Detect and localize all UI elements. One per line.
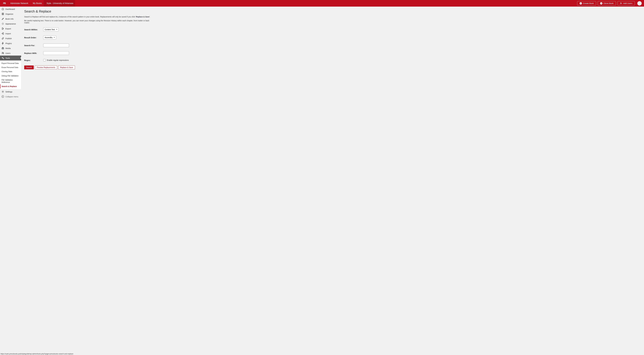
publish-label: Publish bbox=[6, 37, 12, 40]
user-avatar[interactable] bbox=[637, 1, 642, 6]
label-search-within: Search Within: bbox=[24, 29, 43, 31]
sidebar-item-media[interactable]: Media bbox=[0, 46, 21, 51]
svg-point-0 bbox=[620, 3, 621, 3]
bolt-icon bbox=[2, 42, 4, 45]
sidebar-item-bookinfo[interactable]: Book Info bbox=[0, 16, 21, 21]
import-label: Import bbox=[6, 33, 11, 35]
search-button[interactable]: Search bbox=[24, 66, 34, 69]
svg-point-5 bbox=[3, 53, 4, 53]
plugins-label: Plugins bbox=[6, 42, 12, 45]
submenu-export-personal-data[interactable]: Export Personal Data bbox=[0, 61, 21, 65]
admin-sidebar: Dashboard Organize Book Info Appearance … bbox=[0, 7, 21, 69]
row-regex: Regex: Enable regular expressions bbox=[24, 59, 644, 61]
my-books-link[interactable]: My Books bbox=[30, 0, 44, 7]
bookinfo-label: Book Info bbox=[6, 18, 14, 20]
sidebar-item-import[interactable]: Import bbox=[0, 31, 21, 36]
sidebar-item-users[interactable]: Users bbox=[0, 51, 21, 56]
tools-label: Tools bbox=[6, 57, 10, 59]
preview-replacements-button[interactable]: Preview Replacements bbox=[35, 66, 57, 69]
regex-checkbox[interactable] bbox=[43, 59, 46, 61]
create-book-button[interactable]: + Create Book bbox=[577, 1, 596, 6]
row-search-for: Search For: bbox=[24, 44, 644, 47]
replace-with-input[interactable] bbox=[43, 51, 69, 55]
create-book-label: Create Book bbox=[583, 2, 594, 5]
regex-checkbox-wrap[interactable]: Enable regular expressions bbox=[43, 59, 69, 61]
book-icon bbox=[2, 13, 4, 15]
add-users-button[interactable]: Add Users bbox=[618, 1, 635, 6]
camera-icon bbox=[2, 47, 4, 50]
pencil-icon bbox=[2, 18, 4, 20]
import-icon bbox=[2, 32, 4, 35]
action-buttons: Search Preview Replacements Replace & Sa… bbox=[24, 66, 644, 69]
sidebar-item-tools[interactable]: Tools bbox=[0, 56, 21, 61]
plus-circle-icon: + bbox=[600, 2, 602, 5]
svg-point-3 bbox=[2, 48, 3, 49]
search-within-select[interactable]: Content Text bbox=[43, 28, 58, 32]
media-label: Media bbox=[6, 47, 11, 49]
topbar: PB Administer Network My Books Style - U… bbox=[0, 0, 644, 7]
sidebar-item-appearance[interactable]: Appearance bbox=[0, 21, 21, 26]
row-result-order: Result Order: Ascending bbox=[24, 36, 644, 40]
page-title: Search & Replace bbox=[24, 10, 644, 14]
sidebar-item-export[interactable]: Export bbox=[0, 26, 21, 31]
description-1: Search & Replace will find and replace A… bbox=[24, 16, 153, 18]
plus-circle-icon: + bbox=[580, 2, 582, 5]
regex-checkbox-label: Enable regular expressions bbox=[47, 59, 69, 61]
pressbooks-logo[interactable]: PB bbox=[1, 0, 8, 7]
users-label: Users bbox=[6, 52, 10, 54]
appearance-label: Appearance bbox=[6, 23, 16, 25]
sidebar-item-publish[interactable]: Publish bbox=[0, 36, 21, 41]
link-icon bbox=[2, 37, 4, 40]
svg-point-1 bbox=[639, 2, 640, 3]
description-2: Be careful replacing text. There is no u… bbox=[24, 20, 153, 24]
row-replace-with: Replace With: bbox=[24, 51, 644, 55]
sidebar-item-organize[interactable]: Organize bbox=[0, 12, 21, 16]
admin-network-label: Administer Network bbox=[10, 2, 28, 5]
row-search-within: Search Within: Content Text bbox=[24, 28, 644, 32]
export-label: Export bbox=[6, 28, 11, 30]
label-result-order: Result Order: bbox=[24, 37, 43, 39]
label-regex: Regex: bbox=[24, 59, 43, 61]
current-book-label: Style - University of Arkansas bbox=[46, 2, 73, 5]
users-icon bbox=[2, 52, 4, 54]
search-replace-form: Search Within: Content Text Result Order… bbox=[24, 28, 644, 69]
label-search-for: Search For: bbox=[24, 44, 43, 47]
sparkle-icon bbox=[2, 23, 4, 25]
wrench-icon bbox=[2, 57, 4, 59]
replace-save-button[interactable]: Replace & Save bbox=[58, 66, 75, 69]
home-icon bbox=[2, 8, 4, 10]
search-for-input[interactable] bbox=[43, 44, 69, 47]
organize-label: Organize bbox=[6, 13, 13, 15]
current-book-link[interactable]: Style - University of Arkansas bbox=[44, 0, 75, 7]
export-icon bbox=[2, 27, 4, 30]
user-plus-icon bbox=[620, 2, 622, 5]
clone-book-label: Clone Book bbox=[604, 2, 614, 5]
main-content: Search & Replace Search & Replace will f… bbox=[21, 7, 644, 69]
svg-point-4 bbox=[2, 52, 3, 53]
tools-submenu: Export Personal Data Erase Personal Data… bbox=[0, 61, 21, 69]
sidebar-item-dashboard[interactable]: Dashboard bbox=[0, 7, 21, 12]
dashboard-label: Dashboard bbox=[6, 8, 15, 10]
label-replace-with: Replace With: bbox=[24, 52, 43, 54]
submenu-erase-personal-data[interactable]: Erase Personal Data bbox=[0, 65, 21, 69]
add-users-label: Add Users bbox=[623, 2, 632, 5]
admin-network-link[interactable]: Administer Network bbox=[8, 0, 30, 7]
clone-book-button[interactable]: + Clone Book bbox=[598, 1, 616, 6]
result-order-select[interactable]: Ascending bbox=[43, 36, 56, 40]
my-books-label: My Books bbox=[33, 2, 42, 5]
sidebar-item-plugins[interactable]: Plugins bbox=[0, 41, 21, 46]
